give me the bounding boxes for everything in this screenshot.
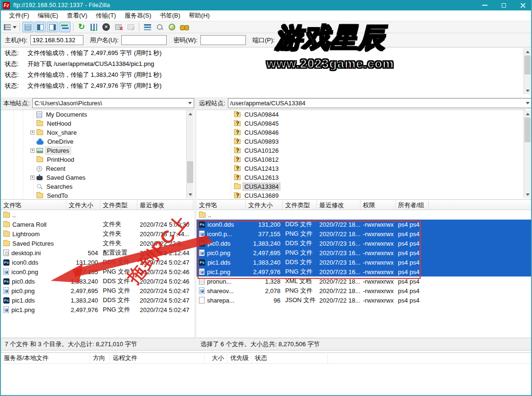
scroll-up-icon[interactable] [524,48,531,55]
file-row[interactable]: pic1.dds1,383,240DDS 文件2020/7/23 16...-r… [197,258,532,267]
local-site-combo[interactable]: C:\Users\Jason\Pictures\ [32,98,194,108]
cancel-button[interactable] [100,22,112,32]
close-button[interactable] [513,0,532,10]
queue-column-header[interactable]: 大小 [205,352,227,364]
tree-item[interactable]: OneDrive [1,137,194,146]
toggle-remote-tree-button[interactable] [47,22,58,32]
column-header[interactable]: 所有者/组 [396,200,429,210]
minimize-button[interactable] [475,0,494,10]
reconnect-button[interactable] [125,22,136,32]
file-row[interactable]: .. [197,210,532,220]
queue-column-header[interactable]: 服务器/本地文件 [1,352,90,364]
scrollbar-thumb[interactable] [187,161,193,183]
tree-item[interactable]: Pictures [1,146,194,155]
chevron-down-icon[interactable] [187,100,193,106]
column-header[interactable]: 权限 [361,200,396,210]
site-manager-button[interactable] [3,22,17,32]
chevron-down-icon[interactable] [13,26,17,30]
tree-item[interactable]: CUSA09846 [197,128,526,137]
menu-item[interactable]: 编辑(E) [34,10,63,21]
file-row[interactable]: icon0.dds131,200DDS 文件2020/7/22 18...-rw… [197,220,532,229]
scroll-down-icon[interactable] [524,191,531,198]
tree-item[interactable]: CUSA09845 [197,119,526,128]
column-header[interactable]: 文件类型 [283,200,317,210]
file-row[interactable]: pic0.dds1,383,240DDS 文件2020/7/23 16...-r… [197,239,532,248]
tree-item[interactable]: Saved Games [1,173,194,182]
tree-item[interactable]: NetHood [1,119,194,128]
tree-item[interactable]: My Documents [1,110,194,119]
menu-item[interactable]: 书签(B) [155,10,184,21]
queue-column-header[interactable]: 优先级 [227,352,252,364]
column-header[interactable]: 文件大小 [246,200,283,210]
scroll-up-icon[interactable] [187,110,194,117]
file-row[interactable]: icon0.png377,155PNG 文件2020/7/24 5:02:46 [1,267,194,276]
queue-column-header[interactable]: 方向 [90,352,110,364]
menu-item[interactable]: 帮助(H) [185,10,214,21]
toggle-queue-button[interactable] [59,22,71,32]
maximize-button[interactable] [494,0,513,10]
column-header[interactable]: 最近修改 [317,200,361,210]
file-row[interactable]: icon0.dds131,200DDS 文件2020/7/24 5:02:47 [1,258,194,267]
tree-item[interactable]: SendTo [1,191,194,199]
queue-column-header[interactable]: 状态 [252,352,328,364]
remote-site-combo[interactable]: /user/appmeta/CUSA13384 [228,98,532,108]
chevron-down-icon[interactable] [524,100,531,106]
file-row[interactable]: pic1.png2,497,976PNG 文件2020/7/23 16...-r… [197,267,532,276]
local-tree-scrollbar[interactable] [186,110,193,198]
tree-item[interactable]: Nox_share [1,128,194,137]
menu-item[interactable]: 传输(T) [91,10,120,21]
queue-column-header[interactable]: 远程文件 [110,352,205,364]
file-row[interactable]: shareov...2,078PNG 文件2020/7/22 18...-rwx… [197,286,532,295]
scrollbar-thumb[interactable] [524,118,531,142]
process-queue-button[interactable] [88,22,99,32]
scroll-down-icon[interactable] [524,87,531,94]
file-row[interactable]: sharepa...96JSON 文件2020/7/22 18...-rwxrw… [197,295,532,305]
file-row[interactable]: pic1.png2,497,976PNG 文件2020/7/24 5:02:47 [1,305,194,314]
compare-button[interactable] [154,22,165,32]
expand-plus-icon[interactable] [30,175,35,180]
column-header[interactable]: 文件类型 [100,200,137,210]
tree-item[interactable]: Searches [1,182,194,191]
username-input[interactable] [121,35,167,45]
remote-tree-scrollbar[interactable] [523,110,531,198]
scroll-up-icon[interactable] [524,110,531,117]
pane-divider[interactable] [194,97,197,351]
column-header[interactable]: 文件名 [1,200,66,210]
menu-item[interactable]: 服务器(S) [120,10,155,21]
filter-button[interactable] [142,22,153,32]
toggle-log-button[interactable] [22,22,34,32]
menu-item[interactable]: 文件(F) [5,10,34,21]
column-header[interactable]: 最近修改 [137,200,193,210]
scroll-down-icon[interactable] [187,191,194,198]
file-row[interactable]: pic1.dds1,383,240DDS 文件2020/7/24 5:02:47 [1,295,194,305]
scrollbar-thumb[interactable] [524,55,531,74]
tree-item[interactable]: CUSA10126 [197,146,526,155]
column-header[interactable]: 文件大小 [66,200,100,210]
tree-item[interactable]: CUSA09893 [197,137,526,146]
file-row[interactable]: icon0.p...377,155PNG 文件2020/7/22 18...-r… [197,229,532,239]
log-scrollbar[interactable] [523,48,531,94]
column-header[interactable]: 文件名 [197,200,246,210]
file-row[interactable]: pic0.png2,497,695PNG 文件2020/7/24 5:02:47 [1,286,194,295]
tree-item[interactable]: CUSA12613 [197,173,526,182]
tree-item[interactable]: CUSA13689 [197,191,526,199]
tree-item[interactable]: CUSA09844 [197,110,526,119]
file-row[interactable]: .. [1,210,194,220]
file-row[interactable]: pic0.png2,497,695PNG 文件2020/7/23 16...-r… [197,248,532,258]
tree-item[interactable]: CUSA13384 [197,182,526,191]
tree-item[interactable]: PrintHood [1,155,194,164]
tree-item[interactable]: CUSA12413 [197,164,526,173]
tree-item[interactable]: CUSA10812 [197,155,526,164]
expand-plus-icon[interactable] [30,130,35,135]
menu-item[interactable]: 查看(V) [63,10,91,21]
host-input[interactable] [30,35,83,45]
find-button[interactable] [179,22,190,32]
expand-plus-icon[interactable] [30,148,35,153]
file-row[interactable]: pronun...1,328XML 文档2020/7/22 18...-rwxr… [197,276,532,286]
password-input[interactable] [200,35,246,45]
disconnect-button[interactable] [113,22,124,32]
toggle-local-tree-button[interactable] [35,22,46,32]
refresh-button[interactable] [76,22,87,32]
sync-browse-button[interactable] [166,22,178,32]
file-row[interactable]: pic0.dds1,383,240DDS 文件2020/7/24 5:02:46 [1,276,194,286]
